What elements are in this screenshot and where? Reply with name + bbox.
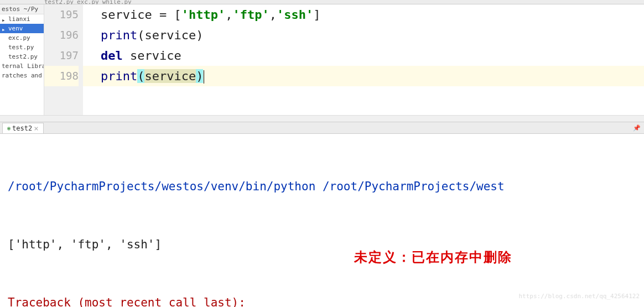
tab-while[interactable]: while.py — [102, 0, 132, 4]
project-sidebar: estos ~/Py ▸lianxi ▸venv exc.py test.py … — [0, 4, 44, 115]
python-file-icon — [2, 45, 7, 50]
run-tab-label: test2 — [12, 124, 32, 132]
code-line[interactable]: service = ['http','ftp','ssh'] — [83, 4, 644, 25]
line-number: 196 — [44, 25, 79, 45]
editor-tabs-bar: test2.py exc.py while.py — [0, 0, 644, 4]
sidebar-item-external-libs[interactable]: ternal Librar — [0, 61, 44, 71]
annotation-text: 未定义：已在内存中删除 — [354, 247, 512, 267]
console-command: /root/PycharmProjects/westos/venv/bin/py… — [8, 177, 642, 196]
pin-icon[interactable]: 📌 — [633, 124, 641, 132]
run-console[interactable]: /root/PycharmProjects/westos/venv/bin/py… — [0, 134, 644, 307]
sidebar-item-lianxi[interactable]: ▸lianxi — [0, 14, 44, 24]
folder-icon: ▸ — [2, 17, 7, 22]
sidebar-item-exc[interactable]: exc.py — [0, 33, 44, 43]
folder-icon: ▸ — [2, 26, 7, 32]
run-tab-test2[interactable]: ◉ test2 × — [2, 123, 44, 133]
horizontal-scrollbar[interactable] — [0, 115, 644, 122]
code-line[interactable]: print(service) — [83, 66, 644, 86]
code-line[interactable]: del service — [83, 45, 644, 66]
code-area[interactable]: service = ['http','ftp','ssh']print(serv… — [83, 4, 644, 115]
python-file-icon — [2, 35, 7, 41]
line-number: 195 — [44, 4, 79, 25]
tab-test2[interactable]: test2.py — [44, 0, 74, 4]
sidebar-item-test2[interactable]: test2.py — [0, 52, 44, 61]
watermark: https://blog.csdn.net/qq_42564122 — [518, 287, 640, 306]
sidebar-project-header[interactable]: estos ~/Py — [0, 4, 44, 14]
python-file-icon: ◉ — [7, 125, 11, 131]
sidebar-item-scratches[interactable]: ratches and — [0, 71, 44, 80]
run-tool-tab-bar: ◉ test2 × 📌 — [0, 122, 644, 134]
line-number: 197 — [44, 45, 79, 66]
console-output: ['http', 'ftp', 'ssh'] — [8, 235, 642, 254]
sidebar-item-test[interactable]: test.py — [0, 43, 44, 52]
line-gutter: 195 196 197 198 — [44, 4, 83, 115]
line-number: 198 — [44, 66, 79, 86]
python-file-icon — [2, 54, 7, 60]
tab-exc[interactable]: exc.py — [77, 0, 99, 4]
code-editor[interactable]: 195 196 197 198 service = ['http','ftp',… — [44, 4, 644, 115]
sidebar-item-venv[interactable]: ▸venv — [0, 24, 44, 33]
code-line[interactable]: print(service) — [83, 25, 644, 45]
editor-pane: estos ~/Py ▸lianxi ▸venv exc.py test.py … — [0, 4, 644, 115]
close-icon[interactable]: × — [34, 124, 38, 133]
